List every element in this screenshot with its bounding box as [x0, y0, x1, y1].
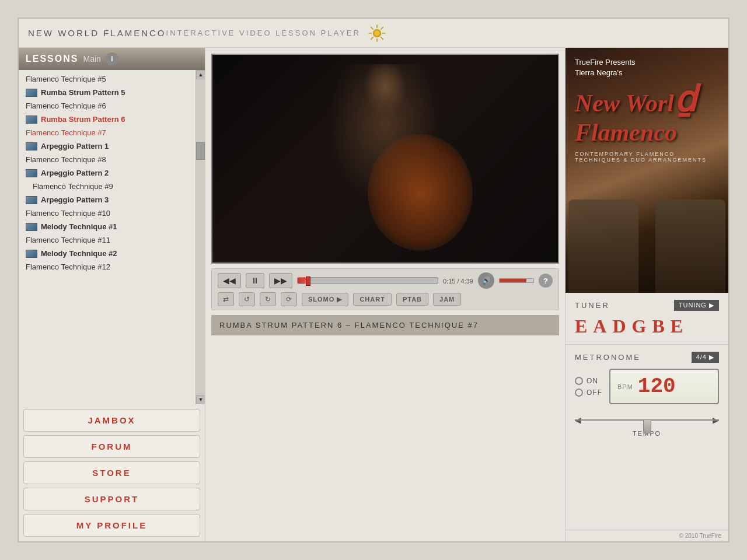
lessons-label: LESSONS	[26, 54, 78, 64]
off-label: OFF	[587, 388, 602, 397]
tuner-notes: E A D G B E	[575, 316, 719, 337]
tempo-thumb[interactable]	[643, 419, 651, 433]
sidebar-header: LESSONS Main i	[19, 48, 205, 70]
ptab-button[interactable]: PTAB	[396, 293, 428, 306]
list-item[interactable]: Flamenco Technique #11	[19, 233, 196, 247]
video-controls: ◀◀ ⏸ ▶▶ 0:15 / 4:39 🔊 ? ⇄	[211, 268, 559, 310]
lesson-list-container: Flamenco Technique #5 Rumba Strum Patter…	[19, 70, 205, 404]
metronome-label: METRONOME	[575, 353, 641, 362]
loop3-button[interactable]: ⟳	[281, 292, 297, 306]
main-label: Main	[83, 54, 100, 64]
album-title: New WorlḏFlamenco	[575, 80, 719, 146]
tempo-slider[interactable]: ◀ ▶	[575, 411, 719, 429]
list-item[interactable]: Flamenco Technique #9	[19, 180, 196, 193]
tuner-note-g: G	[632, 316, 649, 337]
lesson-thumb	[26, 169, 37, 177]
scroll-down-arrow[interactable]: ▼	[196, 395, 205, 404]
loop2-button[interactable]: ↻	[260, 292, 276, 306]
chart-button[interactable]: CHART	[353, 293, 392, 306]
list-item[interactable]: Melody Technique #2	[19, 247, 196, 260]
svg-line-7	[381, 27, 383, 30]
loop-button[interactable]: ↺	[239, 292, 255, 306]
video-title: NEW WORLD FLAMENCO	[28, 28, 166, 38]
volume-button[interactable]: 🔊	[478, 272, 494, 289]
rewind-button[interactable]: ◀◀	[218, 273, 241, 288]
album-cover: TrueFire Presents Tierra Negra's New Wor…	[566, 48, 728, 293]
volume-fill	[500, 279, 526, 282]
support-button[interactable]: SUPPORT	[23, 488, 200, 510]
tuner-section: TUNER TUNING ▶ E A D G B E	[566, 293, 728, 345]
person-left	[568, 200, 638, 293]
help-button[interactable]: ?	[539, 274, 553, 288]
on-radio[interactable]	[575, 377, 583, 385]
scroll-thumb[interactable]	[196, 142, 205, 160]
forward-button[interactable]: ▶▶	[269, 273, 292, 288]
metronome-section: METRONOME 4/4 ▶ ON OFF	[566, 345, 728, 444]
progress-bar[interactable]	[297, 277, 438, 284]
metronome-controls: ON OFF BPM 120	[575, 369, 719, 404]
lesson-list: Flamenco Technique #5 Rumba Strum Patter…	[19, 70, 196, 404]
svg-point-9	[374, 30, 379, 36]
list-item[interactable]: Flamenco Technique #5	[19, 72, 196, 86]
main-content: LESSONS Main i Flamenco Technique #5 Rum…	[19, 48, 728, 541]
scroll-up-arrow[interactable]: ▲	[196, 70, 205, 79]
store-button[interactable]: STORE	[23, 461, 200, 484]
list-item[interactable]: Flamenco Technique #12	[19, 260, 196, 274]
scrollbar: ▲ ▼	[196, 70, 205, 404]
tempo-track[interactable]	[575, 419, 719, 421]
tuner-note-b: B	[652, 316, 666, 337]
lesson-thumb	[26, 196, 37, 204]
info-icon[interactable]: i	[106, 52, 118, 65]
slomo-button[interactable]: SLOMO ▶	[302, 293, 348, 306]
center-area: ◀◀ ⏸ ▶▶ 0:15 / 4:39 🔊 ? ⇄	[205, 48, 565, 541]
tuner-note-a: A	[593, 316, 609, 337]
list-item[interactable]: Flamenco Technique #6	[19, 99, 196, 113]
metronome-on-option[interactable]: ON	[575, 377, 602, 385]
tuning-button[interactable]: TUNING ▶	[674, 300, 719, 311]
forum-button[interactable]: FORUM	[23, 435, 200, 458]
loop-ab-button[interactable]: ⇄	[218, 292, 234, 306]
svg-line-8	[371, 37, 374, 40]
metronome-off-option[interactable]: OFF	[575, 388, 602, 397]
my-profile-button[interactable]: MY PROFILE	[23, 514, 200, 537]
time-display: 0:15 / 4:39	[443, 278, 473, 285]
lesson-thumb	[26, 250, 37, 258]
svg-line-5	[371, 27, 374, 30]
lesson-thumb	[26, 89, 37, 97]
lesson-thumb	[26, 116, 37, 124]
person-right	[655, 200, 725, 293]
list-item[interactable]: Flamenco Technique #10	[19, 206, 196, 220]
list-item[interactable]: Flamenco Technique #8	[19, 153, 196, 166]
tuner-note-e2: E	[671, 316, 685, 337]
album-presents: TrueFire Presents Tierra Negra's	[575, 57, 719, 78]
off-radio[interactable]	[575, 388, 583, 397]
volume-bar[interactable]	[499, 278, 534, 283]
list-item[interactable]: Arpeggio Pattern 2	[19, 166, 196, 180]
progress-thumb[interactable]	[306, 276, 310, 286]
tuner-label: TUNER	[575, 301, 610, 310]
tuner-note-e1: E	[575, 316, 589, 337]
list-item[interactable]: Rumba Strum Pattern 5	[19, 86, 196, 99]
list-item[interactable]: Flamenco Technique #7	[19, 126, 196, 139]
top-bar: NEW WORLD FLAMENCO INTERACTIVE VIDEO LES…	[19, 19, 728, 48]
lesson-thumb	[26, 223, 37, 231]
time-signature-button[interactable]: 4/4 ▶	[692, 352, 719, 363]
jambox-button[interactable]: JAMBOX	[23, 409, 200, 432]
jam-button[interactable]: JAM	[433, 293, 461, 306]
list-item[interactable]: Arpeggio Pattern 3	[19, 193, 196, 206]
tuner-note-d: D	[612, 316, 628, 337]
scroll-track	[196, 79, 205, 395]
lesson-thumb	[26, 142, 37, 150]
pause-button[interactable]: ⏸	[246, 273, 264, 288]
svg-line-6	[381, 37, 383, 40]
tuner-header: TUNER TUNING ▶	[575, 300, 719, 311]
on-label: ON	[587, 377, 598, 385]
list-item[interactable]: Arpeggio Pattern 1	[19, 139, 196, 153]
list-item[interactable]: Melody Technique #1	[19, 220, 196, 233]
bpm-label: BPM	[617, 383, 633, 390]
bpm-value: 120	[638, 374, 676, 398]
video-player[interactable]	[211, 54, 559, 264]
list-item[interactable]: Rumba Strum Pattern 6	[19, 113, 196, 126]
controls-bottom-row: ⇄ ↺ ↻ ⟳ SLOMO ▶ CHART PTAB JAM	[218, 292, 553, 306]
sidebar: LESSONS Main i Flamenco Technique #5 Rum…	[19, 48, 205, 541]
